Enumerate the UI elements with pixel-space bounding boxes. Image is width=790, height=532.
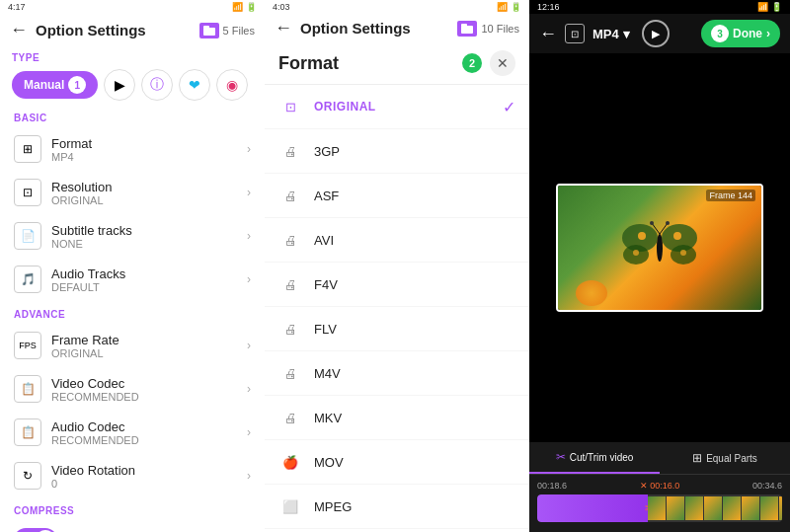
- audio-name: Audio Tracks: [51, 266, 237, 281]
- panel1-header: ← Option Settings 5 Files: [0, 14, 265, 46]
- framerate-chevron: ›: [247, 339, 251, 352]
- tab-cut-trim[interactable]: ✂ Cut/Trim video: [529, 442, 660, 474]
- thumb-frame-3: [685, 496, 703, 520]
- compress-label: COMPRESS: [0, 497, 265, 520]
- audiocodec-value: RECOMMENDED: [51, 434, 237, 446]
- format-item-original[interactable]: ⊡ ORIGINAL ✓: [265, 85, 529, 129]
- rotation-name: Video Rotation: [51, 463, 237, 478]
- panel3-time: 12:16: [537, 2, 560, 12]
- done-badge: 3: [711, 25, 729, 42]
- type-section: TYPE Manual 1 ▶ ⓘ ❤ ◉ ⊞ ♡: [0, 46, 265, 105]
- framerate-icon: FPS: [14, 332, 41, 359]
- format-item-3gp[interactable]: 🖨 3GP: [265, 129, 529, 174]
- format-flv-icon: 🖨: [278, 317, 302, 341]
- timeline-bar: 00:18.6 ✕ 00:16.0 00:34.6 ✂: [529, 475, 790, 528]
- rotation-setting[interactable]: ↻ Video Rotation 0 ›: [0, 454, 265, 497]
- format-m4v-name: M4V: [314, 366, 515, 381]
- audiocodec-setting[interactable]: 📋 Audio Codec RECOMMENDED ›: [0, 411, 265, 454]
- svg-rect-2: [461, 26, 473, 34]
- flower-decoration: [576, 280, 607, 306]
- type-icon-instagram[interactable]: ◉: [216, 69, 248, 101]
- basic-label: BASIC: [0, 105, 265, 127]
- type-icon-video[interactable]: ▶: [104, 69, 135, 101]
- format-item-mov[interactable]: 🍎 MOV: [265, 440, 529, 485]
- compress-toggle-item: [0, 520, 265, 532]
- timeline-timestamps: 00:18.6 ✕ 00:16.0 00:34.6: [537, 481, 782, 491]
- subtitle-value: NONE: [51, 238, 237, 250]
- format-mkv-icon: 🖨: [278, 406, 302, 429]
- videocodec-name: Video Codec: [51, 376, 237, 391]
- format-item-f4v[interactable]: 🖨 F4V: [265, 263, 529, 307]
- subtitle-setting[interactable]: 📄 Subtitle tracks NONE ›: [0, 214, 265, 258]
- format-mkv-name: MKV: [314, 411, 515, 425]
- settings-list: BASIC ⊞ Format MP4 › ⊡ Resolution ORIGIN…: [0, 105, 265, 532]
- svg-rect-1: [203, 26, 209, 29]
- format-item-mkv[interactable]: 🖨 MKV: [265, 396, 529, 440]
- rotation-value: 0: [51, 478, 237, 490]
- audio-setting[interactable]: 🎵 Audio Tracks DEFAULT ›: [0, 258, 265, 301]
- format-mov-name: MOV: [314, 455, 515, 470]
- tab-equal-parts[interactable]: ⊞ Equal Parts: [660, 443, 790, 473]
- format-dialog-header: Format 2 ✕: [265, 42, 529, 85]
- videocodec-chevron: ›: [247, 382, 251, 396]
- resolution-chevron: ›: [247, 186, 251, 199]
- format-avi-name: AVI: [314, 233, 515, 248]
- format-selector-label: MP4: [592, 27, 619, 41]
- svg-point-12: [666, 221, 670, 225]
- done-button[interactable]: 3 Done ›: [701, 20, 780, 47]
- type-icon-info[interactable]: ⓘ: [141, 69, 173, 101]
- action-tabs: ✂ Cut/Trim video ⊞ Equal Parts: [529, 442, 790, 475]
- resolution-setting[interactable]: ⊡ Resolution ORIGINAL ›: [0, 171, 265, 214]
- format-close-button[interactable]: ✕: [490, 50, 515, 76]
- thumb-frame-1: [648, 496, 666, 520]
- audiocodec-icon: 📋: [14, 418, 41, 446]
- scissors-icon: ✂: [556, 450, 566, 464]
- compress-toggle[interactable]: [14, 528, 57, 532]
- format-item-m4v[interactable]: 🖨 M4V: [265, 351, 529, 396]
- format-item-avi[interactable]: 🖨 AVI: [265, 218, 529, 263]
- panel3-icons: 📶 🔋: [757, 2, 782, 12]
- thumb-frame-7: [760, 496, 778, 520]
- badge-1: 1: [68, 76, 86, 94]
- done-label: Done: [733, 27, 762, 40]
- format-flv-name: FLV: [314, 322, 515, 337]
- audio-chevron: ›: [247, 272, 251, 286]
- format-setting[interactable]: ⊞ Format MP4 ›: [0, 127, 265, 171]
- format-item-mpeg[interactable]: ⬜ MPEG: [265, 485, 529, 529]
- videocodec-icon: 📋: [14, 375, 41, 403]
- format-badge-2: 2: [462, 53, 482, 73]
- timeline-track[interactable]: ✂: [537, 494, 782, 522]
- format-name: Format: [51, 136, 237, 151]
- panel3-back-button[interactable]: ←: [539, 24, 557, 44]
- format-selector[interactable]: MP4 ▾: [592, 27, 630, 41]
- thumb-frame-5: [723, 496, 741, 520]
- equal-parts-icon: ⊞: [692, 451, 702, 465]
- framerate-text: Frame Rate ORIGINAL: [51, 333, 237, 359]
- svg-point-15: [633, 250, 639, 256]
- format-text: Format MP4: [51, 136, 237, 163]
- videocodec-text: Video Codec RECOMMENDED: [51, 376, 237, 403]
- resolution-icon: ⊡: [14, 179, 41, 206]
- type-icon-vimeo[interactable]: ❤: [179, 69, 210, 101]
- type-options: Manual 1 ▶ ⓘ ❤ ◉ ⊞ ♡: [12, 69, 253, 101]
- manual-type-button[interactable]: Manual 1: [12, 71, 98, 99]
- timestamp-end: 00:34.6: [752, 481, 782, 491]
- panel2-back-button[interactable]: ←: [275, 18, 292, 38]
- format-item-flv[interactable]: 🖨 FLV: [265, 307, 529, 351]
- svg-point-14: [673, 232, 681, 240]
- timeline-progress: [537, 494, 648, 522]
- done-arrow: ›: [766, 27, 770, 40]
- video-area: Frame 144: [529, 53, 790, 442]
- panel2-icons: 📶 🔋: [497, 2, 521, 12]
- framerate-setting[interactable]: FPS Frame Rate ORIGINAL ›: [0, 324, 265, 367]
- panel1-files-badge: 5 Files: [199, 23, 255, 38]
- videocodec-setting[interactable]: 📋 Video Codec RECOMMENDED ›: [0, 367, 265, 411]
- play-button[interactable]: ▶: [642, 20, 670, 47]
- butterfly-image: [620, 213, 699, 282]
- format-f4v-icon: 🖨: [278, 272, 302, 296]
- panel1-back-button[interactable]: ←: [10, 20, 28, 40]
- format-item-asf[interactable]: 🖨 ASF: [265, 174, 529, 218]
- crop-icon[interactable]: ⊡: [565, 24, 585, 43]
- manual-label: Manual: [24, 78, 64, 92]
- thumb-frame-2: [667, 496, 684, 520]
